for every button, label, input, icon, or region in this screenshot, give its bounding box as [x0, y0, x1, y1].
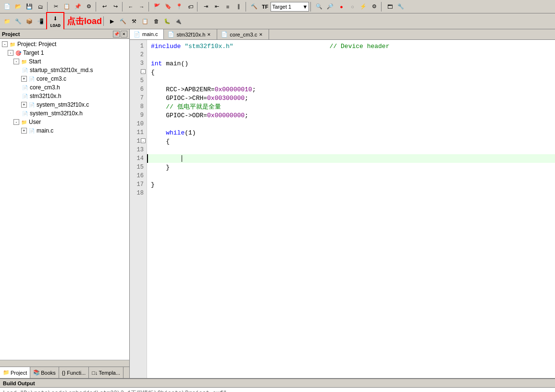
- manage2-btn[interactable]: 📦: [24, 16, 35, 26]
- tree-item-target1[interactable]: - 🎯 Target 1: [0, 49, 129, 57]
- options-button[interactable]: 🔧: [395, 1, 406, 12]
- clean-btn[interactable]: 🗑: [151, 16, 161, 26]
- tree-item-start[interactable]: - 📁 Start: [0, 57, 129, 66]
- bookmark-button[interactable]: 🚩: [152, 1, 162, 12]
- undo-button[interactable]: ↩: [99, 1, 110, 12]
- paste-button[interactable]: 📌: [73, 1, 83, 12]
- tab-core-cm3[interactable]: 📄 core_cm3.c ✕: [217, 29, 269, 39]
- tab-functions-label: {} Functi...: [62, 370, 86, 376]
- comment-button[interactable]: ∥: [234, 1, 244, 12]
- expand-main-c[interactable]: +: [21, 128, 27, 134]
- bookmark3-button[interactable]: 📍: [174, 1, 185, 12]
- external-tools-btn[interactable]: 🔌: [173, 16, 184, 26]
- code-line-9: GPIOC->ODR=0x00000000;: [147, 111, 555, 120]
- sidebar-controls: 📌 ✕: [113, 31, 127, 37]
- stop-button[interactable]: ○: [347, 1, 358, 12]
- settings-button[interactable]: ⚙: [369, 1, 380, 12]
- tab-core-icon: 📄: [221, 31, 228, 37]
- core-cm3-c-file: core_cm3.c: [37, 75, 66, 82]
- new-file-button[interactable]: 📄: [2, 1, 12, 12]
- code-line-15: }: [147, 163, 555, 172]
- tab-project[interactable]: 📁 Project: [0, 367, 30, 378]
- batch-build-btn[interactable]: 📋: [140, 16, 150, 26]
- expand-target1[interactable]: -: [8, 50, 13, 56]
- tab-core-close[interactable]: ✕: [259, 32, 263, 37]
- redo-button[interactable]: ↪: [110, 1, 121, 12]
- build-all-btn[interactable]: ⚒: [129, 16, 139, 26]
- save-button[interactable]: 💾: [24, 1, 35, 12]
- tab-stm32-label: stm32f10x.h: [176, 32, 205, 37]
- tree-item-system-c[interactable]: + 📄 system_stm32f10x.c: [0, 100, 129, 109]
- sidebar-pin-btn[interactable]: 📌: [113, 31, 120, 37]
- tree-item-system-h[interactable]: 📄 system_stm32f10x.h: [0, 109, 129, 118]
- tree-item-project[interactable]: - 📁 Project: Project: [0, 40, 129, 49]
- expand-start[interactable]: -: [13, 59, 19, 64]
- system-c-file: system_stm32f10x.c: [37, 101, 89, 108]
- expand-core-cm3[interactable]: +: [21, 76, 27, 82]
- line-14: 14: [130, 154, 147, 163]
- tree-item-startup[interactable]: 📄 startup_stm32f10x_md.s: [0, 66, 129, 74]
- line-17: 17: [130, 180, 147, 189]
- nav-forward-button[interactable]: →: [136, 1, 147, 12]
- expand-project[interactable]: -: [2, 41, 8, 47]
- tf-label: TF: [262, 4, 268, 10]
- code-line-3: int main(): [147, 59, 555, 68]
- tree-item-user[interactable]: - 📁 User: [0, 118, 129, 126]
- line-9: 9: [130, 111, 147, 120]
- bookmark4-button[interactable]: 🏷: [185, 1, 196, 12]
- debug-button[interactable]: 🔍: [314, 1, 324, 12]
- expand-system-c[interactable]: +: [21, 102, 27, 108]
- tree-item-core-cm3-c[interactable]: + 📄 core_cm3.c: [0, 74, 129, 83]
- tab-books[interactable]: 📚 Books: [30, 367, 59, 378]
- expand-user[interactable]: -: [13, 119, 19, 125]
- code-line-14[interactable]: [147, 154, 555, 163]
- bookmark2-button[interactable]: 🔖: [163, 1, 173, 12]
- line-13: 13: [130, 146, 147, 154]
- tab-main-c[interactable]: 📄 main.c: [130, 29, 164, 39]
- tab-stm32f10x-h[interactable]: 📄 stm32f10x.h ✕: [164, 29, 217, 39]
- search-button[interactable]: 🔎: [325, 1, 335, 12]
- load-button[interactable]: ⬇ LOAD: [46, 12, 64, 30]
- nav-back-button[interactable]: ←: [125, 1, 136, 12]
- window-button[interactable]: 🗔: [384, 1, 395, 12]
- line-11: 11: [130, 128, 147, 137]
- sidebar-scrollbar[interactable]: [0, 360, 129, 367]
- run-button[interactable]: ●: [336, 1, 346, 12]
- copy-button[interactable]: 📋: [62, 1, 72, 12]
- build-button[interactable]: 🔨: [249, 1, 259, 12]
- collapse-12[interactable]: -: [141, 138, 146, 143]
- text-cursor: [182, 155, 182, 162]
- debug-mode-btn[interactable]: 🐛: [162, 16, 173, 26]
- tab-stm32-close[interactable]: ✕: [207, 32, 211, 37]
- save-all-button[interactable]: 🗂: [35, 1, 46, 12]
- target-settings-btn[interactable]: 📁: [2, 16, 12, 26]
- editor-area: 📄 main.c 📄 stm32f10x.h ✕ 📄 core_cm3.c ✕ …: [130, 29, 555, 378]
- reset-button[interactable]: ⚡: [358, 1, 369, 12]
- line-6: 6: [130, 85, 147, 94]
- core-cm3-h-file: core_cm3.h: [30, 84, 60, 91]
- tab-functions[interactable]: {} Functi...: [59, 367, 89, 378]
- target-dropdown[interactable]: Target 1 ▼: [271, 2, 309, 12]
- manage-components-btn[interactable]: 🔧: [13, 16, 24, 26]
- code-line-5: [147, 76, 555, 85]
- open-file-button[interactable]: 📂: [13, 1, 24, 12]
- tree-item-stm32f10x-h[interactable]: 📄 stm32f10x.h: [0, 92, 129, 100]
- separator7: [310, 2, 312, 12]
- sidebar-close-btn[interactable]: ✕: [121, 31, 127, 37]
- outdent-button[interactable]: ⇤: [211, 1, 222, 12]
- code-content[interactable]: #include "stm32f10x.h" // Device header …: [147, 40, 555, 378]
- indent-button[interactable]: ⇥: [200, 1, 211, 12]
- pack-installer-btn[interactable]: 📲: [35, 16, 46, 26]
- compile-btn[interactable]: 🔨: [118, 16, 128, 26]
- format2-button[interactable]: ≡: [222, 1, 233, 12]
- cut-button[interactable]: ✂: [50, 1, 61, 12]
- line-2: 2: [130, 50, 147, 59]
- collapse-4[interactable]: -: [141, 69, 146, 74]
- tree-item-main-c[interactable]: + 📄 main.c: [0, 126, 129, 135]
- user-label: User: [29, 119, 41, 125]
- build-line-1: Load "D:\note\code\embedded\stm32\2-1工程模…: [3, 390, 552, 392]
- start-debug-btn[interactable]: ▶: [107, 16, 117, 26]
- format-button[interactable]: ⚙: [84, 1, 94, 12]
- tree-item-core-cm3-h[interactable]: 📄 core_cm3.h: [0, 83, 129, 92]
- tab-templates[interactable]: □↓ Templa...: [89, 367, 123, 378]
